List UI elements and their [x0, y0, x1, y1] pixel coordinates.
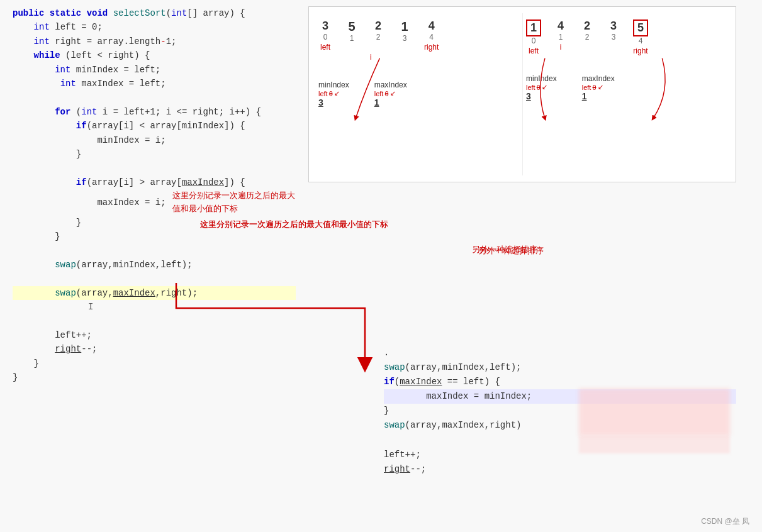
- bottom-info-left: minIndex left θ ↙ 3 maxIndex left θ: [318, 80, 519, 108]
- code-line-2: int left = 0;: [13, 20, 296, 34]
- min-index-sub1-r: left: [526, 84, 535, 91]
- arr-cell-r1: 4 1 i: [554, 19, 568, 55]
- arr-val-r0: 1: [526, 19, 541, 36]
- arr-label-left: left: [320, 43, 330, 52]
- diagram-left: 3 0 left 5 1 2 2 1 3: [315, 13, 522, 175]
- min-index-label-r: minIndex: [526, 74, 557, 83]
- min-index-col-left: minIndex left θ ↙ 3: [318, 80, 349, 108]
- code-line-4: while (left < right) {: [13, 48, 296, 62]
- right-code-dot: .: [384, 346, 736, 360]
- red-comment-2: 另外一种选择排序: [478, 245, 544, 257]
- array-row-right: 1 0 left 4 1 i 2 2 3 3: [526, 19, 726, 55]
- right-code-right: right--;: [384, 462, 736, 477]
- code-line-5: int minIndex = left;: [13, 63, 296, 77]
- code-line-9: if(array[i] < array[minIndex]) {: [13, 119, 296, 133]
- i-label-left: i: [370, 53, 519, 62]
- arr-cell-r3: 3 3: [607, 19, 620, 55]
- max-index-label-r: maxIndex: [582, 74, 615, 83]
- arr-cell-1: 5 1: [345, 19, 359, 52]
- arr-idx-1: 1: [350, 34, 354, 43]
- code-line-17: [13, 243, 296, 257]
- diagram-right: 1 0 left 4 1 i 2 2 3 3: [522, 13, 729, 175]
- arr-label-r-left: left: [529, 47, 539, 55]
- arr-idx-r0: 0: [532, 36, 536, 45]
- code-line-11: }: [13, 147, 296, 161]
- arr-cell-0: 3 0 left: [318, 19, 332, 52]
- arr-cell-3: 1 3: [398, 19, 412, 52]
- watermark: CSDN @垒 凤: [701, 516, 749, 527]
- arr-idx-4: 4: [429, 33, 434, 42]
- arr-val-3: 1: [401, 19, 408, 34]
- page: public static void selectSort(int[] arra…: [0, 0, 762, 532]
- right-code-swap1: swap(array,minIndex,left);: [384, 360, 736, 375]
- arr-idx-r2: 2: [585, 33, 590, 42]
- min-index-arrow: ↙: [334, 89, 340, 97]
- arr-val-0: 3: [322, 19, 328, 33]
- code-line-7: [13, 91, 296, 104]
- min-index-col-right: minIndex left θ ↙ 3: [526, 74, 557, 101]
- arr-label-r-right: right: [633, 47, 647, 55]
- min-index-val-right: 3: [526, 91, 531, 101]
- min-index-arrow-r: ↙: [542, 83, 547, 91]
- arr-idx-0: 0: [323, 33, 328, 42]
- red-comment-1: 这里分别记录一次遍历之后的最大值和最小值的下标: [200, 219, 388, 230]
- max-index-val-left: 1: [374, 97, 379, 108]
- max-index-sub-cross: θ: [384, 90, 388, 97]
- max-index-arrow-r: ↙: [598, 83, 603, 91]
- right-code-if: if(maxIndex == left) {: [384, 375, 736, 389]
- code-line-13: if(array[i] > array[maxIndex]) {: [13, 175, 296, 189]
- code-line-16: }: [13, 230, 296, 243]
- big-red-arrow: [126, 270, 390, 390]
- arr-idx-2: 2: [376, 33, 381, 42]
- code-line-12: [13, 161, 296, 175]
- arr-label-r-i: i: [560, 43, 562, 52]
- max-index-col-right: maxIndex left θ ↙ 1: [582, 74, 615, 101]
- censored-block: [579, 389, 730, 436]
- min-index-sub1: left: [318, 90, 328, 97]
- diagram-box: 3 0 left 5 1 2 2 1 3: [308, 6, 736, 182]
- code-line-1: public static void selectSort(int[] arra…: [13, 6, 296, 20]
- arr-val-r1: 4: [557, 19, 564, 33]
- arr-idx-r3: 3: [612, 33, 616, 42]
- max-index-val-right: 1: [582, 91, 587, 101]
- arr-val-4: 4: [429, 19, 435, 33]
- arr-val-r4: 5: [633, 19, 648, 36]
- min-index-label: minIndex: [318, 80, 349, 89]
- min-index-sub-cross: θ: [329, 90, 333, 97]
- censored-block-2: [579, 436, 730, 453]
- arr-val-2: 2: [375, 19, 381, 33]
- max-index-arrow: ↙: [390, 89, 396, 97]
- arr-val-r2: 2: [584, 19, 590, 33]
- arr-cell-r2: 2 2: [580, 19, 594, 55]
- max-index-sub1: left: [374, 90, 384, 97]
- red-comment: 这里分别记录一次遍历之后的最大值和最小值的下标: [172, 189, 302, 216]
- code-line-10: minIndex = i;: [13, 133, 296, 147]
- code-line-3: int right = array.length-1;: [13, 35, 296, 48]
- arr-idx-3: 3: [403, 34, 407, 43]
- code-line-18: swap(array,minIndex,left);: [13, 258, 296, 272]
- min-index-val-left: 3: [318, 97, 323, 108]
- code-line-6: int maxIndex = left;: [13, 77, 296, 91]
- min-index-sub-cross-r: θ: [537, 84, 541, 91]
- code-line-14: maxIndex = i;: [13, 196, 166, 209]
- arr-cell-2: 2 2: [371, 19, 385, 52]
- arr-idx-r1: 1: [559, 33, 563, 42]
- code-line-8: for (int i = left+1; i <= right; i++) {: [13, 105, 296, 119]
- arr-cell-r0: 1 0 left: [526, 19, 541, 55]
- max-index-col-left: maxIndex left θ ↙ 1: [374, 80, 407, 108]
- max-index-sub1-r: left: [582, 84, 591, 91]
- bottom-info-right: minIndex left θ ↙ 3 maxIndex left: [526, 74, 726, 101]
- arr-cell-r4: 5 4 right: [633, 19, 648, 55]
- max-index-label: maxIndex: [374, 80, 407, 89]
- arr-val-1: 5: [348, 19, 355, 34]
- array-row-left: 3 0 left 5 1 2 2 1 3: [318, 19, 519, 52]
- arr-val-r3: 3: [610, 19, 617, 33]
- max-index-sub-cross-r: θ: [592, 84, 596, 91]
- diagram-inner: 3 0 left 5 1 2 2 1 3: [315, 13, 729, 175]
- arr-cell-4: 4 4 right: [424, 19, 439, 52]
- arr-label-right: right: [424, 43, 439, 52]
- arr-idx-r4: 4: [639, 36, 643, 45]
